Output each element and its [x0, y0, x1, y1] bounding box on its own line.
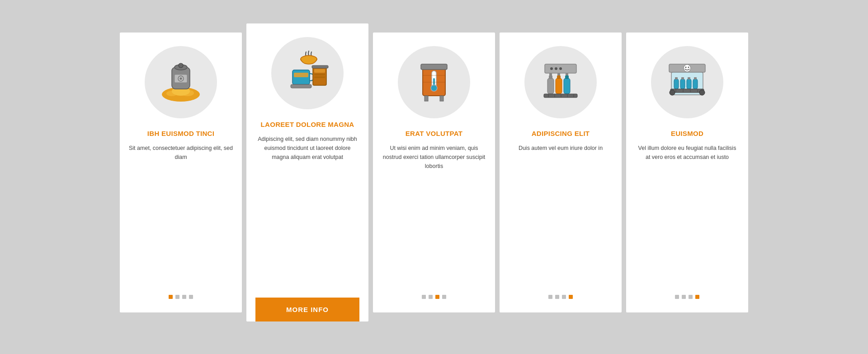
dot-inactive — [175, 295, 179, 299]
svg-point-30 — [550, 67, 553, 70]
cards-container: IBH EUISMOD TINCI Sit amet, consectetuer… — [102, 19, 766, 335]
card-3-title: ERAT VOLUTPAT — [406, 129, 462, 138]
svg-rect-18 — [314, 76, 325, 78]
card-3-text: Ut wisi enim ad minim veniam, quis nostr… — [382, 144, 486, 286]
dot-active — [435, 295, 439, 299]
svg-point-6 — [179, 63, 183, 68]
svg-rect-57 — [675, 77, 678, 79]
card-1: IBH EUISMOD TINCI Sit amet, consectetuer… — [120, 33, 242, 312]
more-info-button[interactable]: MORE INFO — [255, 298, 359, 321]
card-1-text: Sit amet, consectetuer adipiscing elit, … — [129, 144, 233, 286]
svg-rect-61 — [670, 89, 704, 93]
bottle-conveyor-icon — [536, 57, 585, 107]
dot-inactive — [675, 295, 679, 299]
svg-point-32 — [559, 67, 562, 70]
svg-rect-39 — [557, 75, 561, 79]
card-4-dots — [548, 295, 573, 299]
card-1-dots — [169, 295, 193, 299]
card-4-title: ADIPISCING ELIT — [532, 129, 590, 138]
card-1-title: IBH EUISMOD TINCI — [147, 129, 214, 138]
svg-rect-28 — [440, 96, 443, 101]
svg-rect-37 — [549, 75, 552, 79]
dot-inactive — [422, 295, 426, 299]
svg-rect-56 — [693, 79, 698, 89]
svg-rect-17 — [314, 74, 325, 75]
dot-inactive — [429, 295, 433, 299]
dot-inactive — [182, 295, 186, 299]
coffee-icon — [283, 48, 332, 98]
svg-point-50 — [685, 67, 687, 68]
svg-rect-19 — [312, 65, 328, 68]
grain-sack-icon — [156, 57, 206, 107]
card-2-text: Adipiscing elit, sed diam nonummy nibh e… — [255, 135, 359, 298]
card-5-text: Vel illum dolore eu feugiat nulla facili… — [635, 144, 739, 286]
svg-rect-14 — [291, 84, 311, 88]
svg-rect-13 — [294, 73, 308, 77]
card-4: ADIPISCING ELIT Duis autem vel eum iriur… — [500, 33, 622, 312]
card-3: ERAT VOLUTPAT Ut wisi enim ad minim veni… — [373, 33, 495, 312]
dot-inactive — [442, 295, 446, 299]
svg-rect-59 — [688, 77, 690, 79]
svg-rect-21 — [421, 64, 447, 70]
svg-point-49 — [684, 65, 691, 72]
icon-circle-2 — [271, 37, 344, 109]
icon-circle-5 — [651, 46, 723, 118]
svg-point-24 — [431, 85, 437, 91]
card-2-title: LAOREET DOLORE MAGNA — [261, 120, 354, 129]
svg-rect-58 — [681, 77, 684, 79]
dot-inactive — [682, 295, 686, 299]
svg-rect-27 — [425, 96, 428, 101]
dot-active — [569, 295, 573, 299]
svg-rect-60 — [694, 77, 697, 79]
dot-inactive — [555, 295, 559, 299]
svg-point-31 — [555, 67, 557, 70]
bottling-machine-icon — [662, 57, 712, 107]
card-3-dots — [422, 295, 446, 299]
dot-inactive — [689, 295, 693, 299]
card-5-dots — [675, 295, 699, 299]
dot-inactive — [548, 295, 552, 299]
svg-rect-54 — [680, 79, 685, 89]
svg-point-9 — [180, 78, 182, 80]
dot-active — [695, 295, 699, 299]
icon-circle-1 — [145, 46, 217, 118]
svg-point-66 — [670, 90, 675, 95]
svg-rect-55 — [687, 79, 691, 89]
svg-rect-42 — [544, 94, 577, 98]
dot-active — [169, 295, 173, 299]
svg-rect-41 — [565, 75, 569, 79]
icon-circle-3 — [398, 46, 470, 118]
svg-point-67 — [699, 90, 705, 95]
svg-rect-40 — [564, 78, 570, 94]
svg-rect-16 — [314, 69, 325, 73]
card-4-text: Duis autem vel eum iriure dolor in — [519, 144, 603, 286]
svg-rect-38 — [556, 78, 562, 94]
card-5: EUISMOD Vel illum dolore eu feugiat null… — [626, 33, 748, 312]
industrial-container-icon — [409, 57, 459, 107]
card-2: LAOREET DOLORE MAGNA Adipiscing elit, se… — [246, 23, 368, 321]
dot-inactive — [189, 295, 193, 299]
card-5-title: EUISMOD — [671, 129, 703, 138]
svg-rect-36 — [547, 78, 554, 94]
icon-circle-4 — [524, 46, 597, 118]
dot-inactive — [562, 295, 566, 299]
svg-rect-53 — [674, 79, 679, 89]
svg-point-51 — [688, 67, 689, 68]
